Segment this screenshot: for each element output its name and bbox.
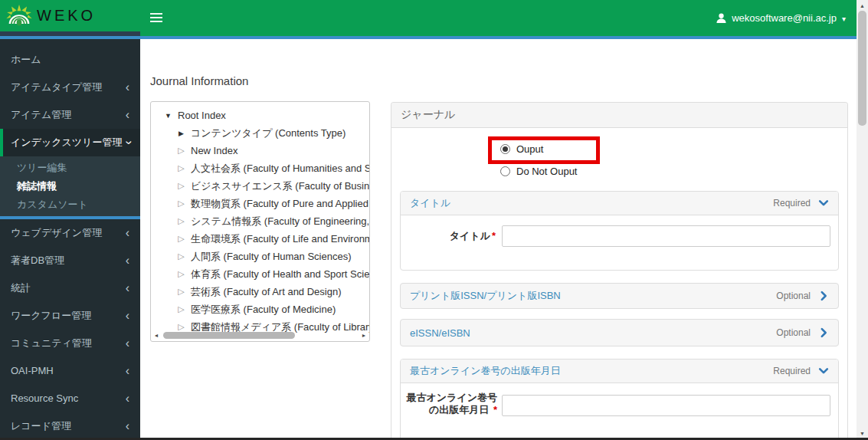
horizontal-scrollbar[interactable] <box>152 330 368 340</box>
section-oldest-online-issue-date-header[interactable]: 最古オンライン巻号の出版年月日 Required <box>401 360 838 383</box>
title-input[interactable] <box>502 225 830 247</box>
sidebar-item-index-tree-admin[interactable]: インデックスツリー管理 <box>0 129 140 156</box>
section-title: タイトル Required タイトル* <box>400 191 839 271</box>
scroll-left-icon[interactable] <box>152 333 160 338</box>
section-chevron-down-icon[interactable] <box>818 366 829 376</box>
sidebar-item-workflow-admin[interactable]: ワークフロー管理 <box>0 302 140 330</box>
hamburger-icon[interactable] <box>150 13 162 25</box>
brand-logo[interactable]: WEKO <box>0 0 140 31</box>
tree-item-business-sciences[interactable]: ビジネスサイエンス系 (Faculty of Business Sc <box>151 177 369 195</box>
sidebar: ホーム アイテムタイプ管理 アイテム管理 インデックスツリー管理 ツリー編集 雑… <box>0 39 140 440</box>
caret-right-outline-icon[interactable] <box>176 251 186 261</box>
sidebar-item-webdesign-admin[interactable]: ウェブデザイン管理 <box>0 219 140 247</box>
caret-right-outline-icon[interactable] <box>176 269 186 279</box>
radio-selected-icon[interactable] <box>500 144 510 154</box>
caret-right-outline-icon[interactable] <box>176 199 186 209</box>
index-tree-submenu: ツリー編集 雑誌情報 カスタムソート <box>0 156 140 216</box>
oldest-issue-date-field-label: 最古オンライン巻号の出版年月日 * <box>401 392 497 416</box>
vertical-scrollbar-thumb[interactable] <box>858 11 866 126</box>
tree-item-humanities[interactable]: 人文社会系 (Faculty of Humanities and Social … <box>151 159 369 177</box>
caret-right-outline-icon[interactable] <box>176 216 186 226</box>
chevron-left-icon <box>126 111 129 119</box>
sidebar-item-record-admin[interactable]: レコード管理 <box>0 412 140 440</box>
sidebar-item-itemtype-admin[interactable]: アイテムタイプ管理 <box>0 74 140 101</box>
sidebar-item-resource-sync[interactable]: Resource Sync <box>0 385 140 412</box>
user-email: wekosoftware@nii.ac.jp <box>732 12 837 24</box>
submenu-item-tree-edit[interactable]: ツリー編集 <box>0 159 140 177</box>
optional-badge: Optional <box>776 291 811 301</box>
chevron-left-icon <box>126 229 129 237</box>
tree-item-systems-information[interactable]: システム情報系 (Faculty of Engineering, Inform <box>151 212 369 230</box>
section-print-issn-isbn: プリント版ISSN/プリント版ISBN Optional <box>400 283 839 309</box>
tree-item-root-index[interactable]: Root Index <box>151 107 369 124</box>
tree-item-new-index[interactable]: New Index <box>151 142 369 159</box>
sidebar-item-oai-pmh[interactable]: OAI-PMH <box>0 357 140 385</box>
chevron-left-icon <box>126 422 129 430</box>
vertical-scrollbar[interactable] <box>857 0 868 440</box>
submenu-item-journal-info[interactable]: 雑誌情報 <box>0 177 140 195</box>
caret-down-icon <box>842 12 846 24</box>
section-eissn-eisbn: eISSN/eISBN Optional <box>400 319 839 346</box>
required-badge: Required <box>773 366 811 376</box>
chevron-left-icon <box>126 84 129 91</box>
section-print-issn-isbn-header[interactable]: プリント版ISSN/プリント版ISBN Optional <box>401 284 838 308</box>
sidebar-item-home[interactable]: ホーム <box>0 46 140 74</box>
required-badge: Required <box>773 198 811 209</box>
section-title-header[interactable]: タイトル Required <box>401 192 838 215</box>
tree-item-medicine[interactable]: 医学医療系 (Faculty of Medicine) <box>151 300 369 318</box>
tree-item-contents-type[interactable]: コンテンツタイプ (Contents Type) <box>151 124 369 142</box>
optional-badge: Optional <box>776 327 811 338</box>
horizontal-scrollbar-thumb[interactable] <box>163 332 295 339</box>
chevron-down-icon <box>126 139 129 146</box>
caret-right-filled-icon[interactable] <box>176 130 186 137</box>
sidebar-item-community-admin[interactable]: コミュニティ管理 <box>0 330 140 357</box>
sidebar-item-statistics[interactable]: 統計 <box>0 274 140 302</box>
section-chevron-down-icon[interactable] <box>818 198 829 209</box>
sidebar-item-authordb-admin[interactable]: 著者DB管理 <box>0 247 140 274</box>
page-title: Journal Information <box>150 74 248 87</box>
journal-panel-header: ジャーナル <box>391 103 847 128</box>
scroll-down-icon[interactable] <box>857 431 868 436</box>
required-asterisk: * <box>493 404 497 415</box>
caret-right-outline-icon[interactable] <box>176 146 186 156</box>
radio-unselected-icon[interactable] <box>500 166 510 176</box>
caret-right-outline-icon[interactable] <box>176 287 186 297</box>
sidebar-item-item-admin[interactable]: アイテム管理 <box>0 101 140 129</box>
tree-item-pure-applied-sciences[interactable]: 数理物質系 (Faculty of Pure and Applied Scien… <box>151 195 369 212</box>
section-title-body: タイトル* <box>401 215 838 270</box>
chevron-left-icon <box>126 367 129 375</box>
caret-right-outline-icon[interactable] <box>176 163 186 173</box>
section-chevron-right-icon[interactable] <box>818 327 829 338</box>
caret-down-filled-icon[interactable] <box>163 112 173 120</box>
oldest-issue-date-input[interactable] <box>502 395 830 416</box>
user-icon <box>716 13 726 24</box>
brand-name: WEKO <box>37 7 96 25</box>
title-field-label: タイトル* <box>401 230 496 242</box>
radio-output[interactable]: Ouput <box>500 143 543 155</box>
journal-form-panel: ジャーナル Ouput Do Not Ouput タイトル Required タ… <box>391 102 848 440</box>
chevron-left-icon <box>126 257 129 264</box>
submenu-item-custom-sort[interactable]: カスタムソート <box>0 195 140 214</box>
section-oldest-online-issue-date-body: 最古オンライン巻号の出版年月日 * <box>401 383 838 440</box>
tree-item-life-environmental[interactable]: 生命環境系 (Faculty of Life and Environmental <box>151 230 369 248</box>
caret-right-outline-icon[interactable] <box>176 181 186 191</box>
radio-output-label: Ouput <box>516 143 543 155</box>
tree-item-art-design[interactable]: 芸術系 (Faculty of Art and Design) <box>151 283 369 300</box>
scroll-right-icon[interactable] <box>360 333 368 338</box>
weko-logo-icon <box>6 5 32 28</box>
radio-do-not-output-label: Do Not Ouput <box>516 166 578 177</box>
top-navbar: wekosoftware@nii.ac.jp <box>140 0 857 36</box>
chevron-left-icon <box>126 284 129 292</box>
user-menu[interactable]: wekosoftware@nii.ac.jp <box>716 0 846 36</box>
caret-right-outline-icon[interactable] <box>176 304 186 314</box>
radio-do-not-output[interactable]: Do Not Ouput <box>500 166 578 177</box>
tree-item-human-sciences[interactable]: 人間系 (Faculty of Human Sciences) <box>151 248 369 265</box>
chevron-left-icon <box>126 395 129 402</box>
chevron-left-icon <box>126 340 129 347</box>
section-chevron-right-icon[interactable] <box>818 291 829 301</box>
tree-item-health-sport[interactable]: 体育系 (Faculty of Health and Sport Science… <box>151 265 369 283</box>
scroll-up-icon[interactable] <box>857 3 868 8</box>
caret-right-outline-icon[interactable] <box>176 234 186 244</box>
section-eissn-eisbn-header[interactable]: eISSN/eISBN Optional <box>401 320 838 346</box>
section-oldest-online-issue-date: 最古オンライン巻号の出版年月日 Required 最古オンライン巻号の出版年月日… <box>400 359 839 440</box>
